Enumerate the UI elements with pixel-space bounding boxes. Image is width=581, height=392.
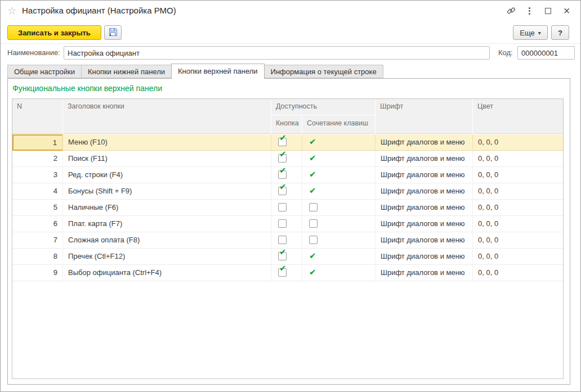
checkbox-icon[interactable]: ✔ (278, 187, 287, 195)
checkbox-icon[interactable] (309, 219, 318, 228)
button-caption-cell[interactable]: Ред. строки (F4) (63, 167, 271, 183)
checkmark-icon: ✔ (309, 134, 316, 150)
color-cell[interactable]: 0, 0, 0 (473, 183, 563, 199)
row-number-cell[interactable]: 8 (12, 249, 63, 264)
font-cell[interactable]: Шрифт диалогов и меню (376, 167, 473, 183)
font-cell[interactable]: Шрифт диалогов и меню (376, 265, 473, 281)
name-label: Наименование: (7, 44, 60, 61)
kebab-menu-icon[interactable] (520, 3, 539, 19)
color-cell[interactable]: 0, 0, 0 (473, 232, 563, 248)
shortcut-enabled-cell[interactable]: ✔ (302, 183, 376, 199)
tab-current-row-info[interactable]: Информация о текущей строке (264, 65, 383, 78)
color-cell[interactable]: 0, 0, 0 (473, 134, 563, 150)
button-enabled-cell[interactable]: ✔ (271, 265, 302, 281)
font-cell[interactable]: Шрифт диалогов и меню (376, 200, 473, 215)
color-cell[interactable]: 0, 0, 0 (473, 167, 563, 183)
table-row[interactable]: 9 Выбор официанта (Ctrl+F4) ✔ ✔ Шрифт ди… (12, 265, 563, 281)
checkbox-icon[interactable] (309, 236, 318, 244)
header-shortcut: Сочетание клавиш (302, 116, 376, 134)
row-number-cell[interactable]: 4 (12, 183, 63, 199)
color-cell[interactable]: 0, 0, 0 (473, 151, 563, 166)
tab-general-settings[interactable]: Общие настройки (7, 65, 82, 78)
shortcut-enabled-cell[interactable] (302, 200, 376, 215)
name-input[interactable] (64, 46, 490, 60)
button-enabled-cell[interactable]: ✔ (271, 249, 302, 264)
table-row[interactable]: 5 Наличные (F6) Шрифт диалогов и меню 0,… (12, 200, 563, 216)
button-enabled-cell[interactable]: ✔ (271, 134, 302, 150)
row-number-cell[interactable]: 7 (12, 232, 63, 248)
table-row[interactable]: 1 Меню (F10) ✔ ✔ Шрифт диалогов и меню 0… (12, 134, 563, 151)
table-row[interactable]: 4 Бонусы (Shift + F9) ✔ ✔ Шрифт диалогов… (12, 183, 563, 200)
table-row[interactable]: 8 Пречек (Ctl+F12) ✔ ✔ Шрифт диалогов и … (12, 249, 563, 265)
color-cell[interactable]: 0, 0, 0 (473, 265, 563, 281)
font-cell[interactable]: Шрифт диалогов и меню (376, 249, 473, 264)
checkbox-icon[interactable]: ✔ (278, 252, 287, 260)
checkbox-icon[interactable]: ✔ (278, 170, 287, 179)
checkmark-icon: ✔ (279, 249, 287, 257)
close-icon[interactable]: × (557, 3, 576, 19)
checkbox-icon[interactable] (309, 203, 318, 211)
save-and-close-button[interactable]: Записать и закрыть (7, 25, 101, 40)
checkmark-icon: ✔ (309, 265, 316, 280)
button-caption-cell[interactable]: Наличные (F6) (63, 200, 271, 215)
code-input[interactable] (517, 46, 575, 60)
row-number-cell[interactable]: 5 (12, 200, 63, 215)
checkmark-icon: ✔ (309, 167, 316, 182)
button-enabled-cell[interactable]: ✔ (271, 167, 302, 183)
table-row[interactable]: 3 Ред. строки (F4) ✔ ✔ Шрифт диалогов и … (12, 167, 563, 183)
font-cell[interactable]: Шрифт диалогов и меню (376, 232, 473, 248)
button-enabled-cell[interactable] (271, 200, 302, 215)
save-icon (109, 28, 118, 38)
shortcut-enabled-cell[interactable] (302, 216, 376, 232)
shortcut-enabled-cell[interactable]: ✔ (302, 134, 376, 150)
save-button[interactable] (104, 25, 122, 40)
help-button[interactable]: ? (551, 25, 569, 40)
shortcut-enabled-cell[interactable]: ✔ (302, 265, 376, 281)
tab-bottom-panel-buttons[interactable]: Кнопки нижней панели (81, 65, 172, 78)
tab-top-panel-buttons[interactable]: Кнопки верхней панели (171, 64, 265, 79)
table-row[interactable]: 6 Плат. карта (F7) Шрифт диалогов и меню… (12, 216, 563, 232)
checkbox-icon[interactable]: ✔ (278, 154, 287, 163)
color-cell[interactable]: 0, 0, 0 (473, 249, 563, 264)
font-cell[interactable]: Шрифт диалогов и меню (376, 216, 473, 232)
button-caption-cell[interactable]: Плат. карта (F7) (63, 216, 271, 232)
button-caption-cell[interactable]: Меню (F10) (63, 134, 271, 150)
font-cell[interactable]: Шрифт диалогов и меню (376, 183, 473, 199)
checkmark-icon: ✔ (309, 249, 316, 264)
button-enabled-cell[interactable] (271, 216, 302, 232)
checkbox-icon[interactable] (278, 219, 287, 228)
shortcut-enabled-cell[interactable] (302, 232, 376, 248)
checkbox-icon[interactable]: ✔ (278, 138, 287, 146)
button-enabled-cell[interactable] (271, 232, 302, 248)
header-n: N (12, 99, 63, 134)
button-caption-cell[interactable]: Пречек (Ctl+F12) (63, 249, 271, 264)
maximize-icon[interactable] (539, 3, 557, 19)
button-caption-cell[interactable]: Сложная оплата (F8) (63, 232, 271, 248)
checkbox-icon[interactable] (278, 203, 287, 211)
button-caption-cell[interactable]: Бонусы (Shift + F9) (63, 183, 271, 199)
checkbox-icon[interactable] (278, 236, 287, 244)
shortcut-enabled-cell[interactable]: ✔ (302, 249, 376, 264)
titlebar-buttons: × (502, 1, 576, 21)
more-button[interactable]: Еще▾ (513, 25, 548, 40)
button-enabled-cell[interactable]: ✔ (271, 151, 302, 166)
link-icon[interactable] (502, 3, 520, 19)
table-row[interactable]: 2 Поиск (F11) ✔ ✔ Шрифт диалогов и меню … (12, 151, 563, 167)
favorite-star-icon[interactable]: ☆ (7, 4, 16, 17)
button-enabled-cell[interactable]: ✔ (271, 183, 302, 199)
row-number-cell[interactable]: 2 (12, 151, 63, 166)
shortcut-enabled-cell[interactable]: ✔ (302, 151, 376, 166)
row-number-cell[interactable]: 3 (12, 167, 63, 183)
table-row[interactable]: 7 Сложная оплата (F8) Шрифт диалогов и м… (12, 232, 563, 249)
row-number-cell[interactable]: 9 (12, 265, 63, 281)
button-caption-cell[interactable]: Поиск (F11) (63, 151, 271, 166)
row-number-cell[interactable]: 6 (12, 216, 63, 232)
checkbox-icon[interactable]: ✔ (278, 268, 287, 277)
button-caption-cell[interactable]: Выбор официанта (Ctrl+F4) (63, 265, 271, 281)
color-cell[interactable]: 0, 0, 0 (473, 216, 563, 232)
color-cell[interactable]: 0, 0, 0 (473, 200, 563, 215)
font-cell[interactable]: Шрифт диалогов и меню (376, 134, 473, 150)
font-cell[interactable]: Шрифт диалогов и меню (376, 151, 473, 166)
shortcut-enabled-cell[interactable]: ✔ (302, 167, 376, 183)
row-number-cell[interactable]: 1 (12, 134, 63, 151)
